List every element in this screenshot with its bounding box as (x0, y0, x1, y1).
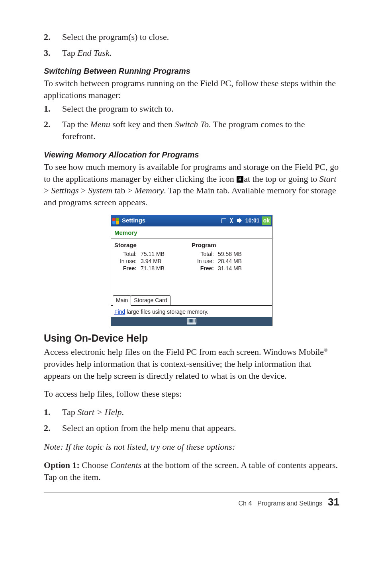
tab-strip: Main Storage Card (111, 295, 272, 306)
step-number: 1. (44, 406, 62, 418)
screenshot-title: Settings (122, 216, 145, 224)
list-item: 1. Tap Start > Help. (44, 406, 339, 418)
volume-icon (237, 218, 243, 224)
list-item: 2. Select the program(s) to close. (44, 31, 339, 43)
screenshot-bottom-bar (111, 317, 272, 326)
step-text: Select the program to switch to. (62, 103, 174, 115)
windows-flag-icon (112, 217, 119, 224)
list-item: 2. Select an option from the help menu t… (44, 422, 339, 434)
find-row: Find large files using storage memory. (111, 307, 272, 317)
ok-button[interactable]: ok (262, 216, 271, 225)
paragraph: Access electronic help files on the Fiel… (44, 346, 339, 382)
step-number: 2. (44, 118, 62, 142)
heading-on-device-help: Using On-Device Help (44, 332, 339, 345)
network-icon (221, 218, 226, 223)
screenshot-heading-memory: Memory (114, 229, 269, 237)
option-1-paragraph: Option 1: Choose Contents at the bottom … (44, 459, 339, 483)
paragraph: To access help files, follow these steps… (44, 388, 339, 400)
antenna-off-icon (229, 218, 235, 224)
list-item: 2. Tap the Menu soft key and then Switch… (44, 118, 339, 142)
ordered-list-close: 2. Select the program(s) to close. 3. Ta… (44, 31, 339, 59)
find-link[interactable]: Find (114, 309, 125, 315)
footer-section: Programs and Settings (257, 499, 322, 508)
storage-column: Storage Total:75.11 MB In use:3.94 MB Fr… (114, 241, 192, 272)
step-number: 1. (44, 103, 62, 115)
registered-symbol: ® (324, 347, 327, 353)
tab-storage-card[interactable]: Storage Card (131, 295, 170, 305)
footer-chapter: Ch 4 (239, 499, 252, 508)
applications-manager-icon (237, 176, 243, 183)
screenshot-titlebar: Settings 10:01 ok (111, 215, 272, 226)
step-number: 2. (44, 422, 62, 434)
step-text: Tap the Menu soft key and then Switch To… (62, 118, 339, 142)
program-column: Program Total:59.58 MB In use:28.44 MB F… (192, 241, 269, 272)
subheading-switching: Switching Between Running Programs (44, 66, 339, 77)
step-number: 2. (44, 31, 62, 43)
list-item: 3. Tap End Task. (44, 47, 339, 59)
paragraph: To see how much memory is available for … (44, 161, 339, 208)
keyboard-icon[interactable] (187, 318, 196, 324)
page-footer: Ch 4 Programs and Settings 31 (44, 492, 339, 509)
tab-main[interactable]: Main (113, 295, 131, 306)
step-text: Select the program(s) to close. (62, 31, 169, 43)
subheading-viewing-memory: Viewing Memory Allocation for Programs (44, 149, 339, 160)
ordered-list-help: 1. Tap Start > Help. 2. Select an option… (44, 406, 339, 434)
step-text: Tap Start > Help. (62, 406, 124, 418)
paragraph: To switch between programs running on th… (44, 77, 339, 101)
step-number: 3. (44, 47, 62, 59)
ordered-list-switch: 1. Select the program to switch to. 2. T… (44, 103, 339, 142)
device-screenshot: Settings 10:01 ok Memory Storage Total:7… (111, 215, 272, 326)
system-tray: 10:01 (221, 217, 260, 224)
list-item: 1. Select the program to switch to. (44, 103, 339, 115)
step-text: Tap End Task. (62, 47, 112, 59)
page-number: 31 (328, 495, 339, 509)
note-paragraph: Note: If the topic is not listed, try on… (44, 441, 339, 453)
clock-time: 10:01 (245, 217, 260, 224)
step-text: Select an option from the help menu that… (62, 422, 236, 434)
